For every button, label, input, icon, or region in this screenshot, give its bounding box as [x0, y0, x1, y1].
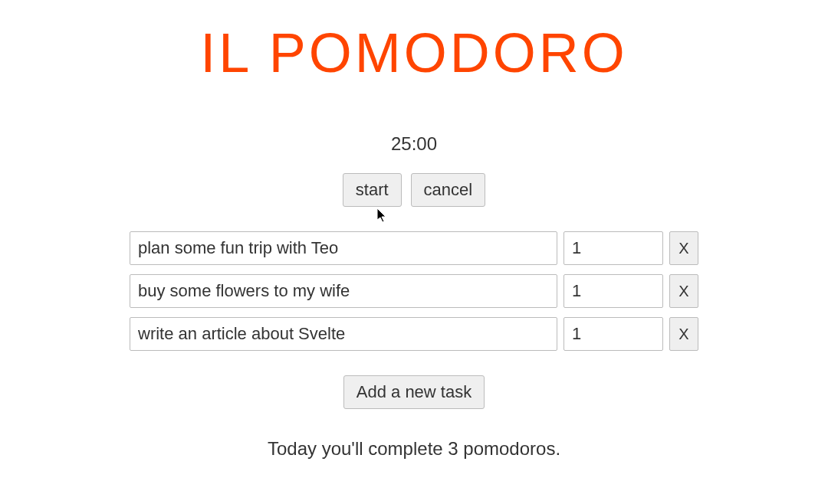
add-task-wrap: Add a new task: [0, 375, 828, 409]
delete-task-button[interactable]: X: [669, 231, 698, 265]
task-count-input[interactable]: [564, 317, 663, 351]
start-button[interactable]: start: [343, 173, 402, 207]
task-count-input[interactable]: [564, 231, 663, 265]
delete-task-button[interactable]: X: [669, 317, 698, 351]
task-row: X: [130, 231, 698, 265]
task-row: X: [130, 274, 698, 308]
task-name-input[interactable]: [130, 317, 557, 351]
delete-task-button[interactable]: X: [669, 274, 698, 308]
cancel-button[interactable]: cancel: [411, 173, 486, 207]
task-row: X: [130, 317, 698, 351]
task-name-input[interactable]: [130, 231, 557, 265]
app-title: IL POMODORO: [0, 21, 828, 84]
cursor-icon: [377, 208, 389, 224]
task-list: X X X: [130, 231, 698, 351]
task-count-input[interactable]: [564, 274, 663, 308]
timer-controls: start cancel: [0, 173, 828, 207]
add-task-button[interactable]: Add a new task: [343, 375, 485, 409]
task-name-input[interactable]: [130, 274, 557, 308]
summary-text: Today you'll complete 3 pomodoros.: [0, 438, 828, 460]
timer-display: 25:00: [0, 133, 828, 155]
